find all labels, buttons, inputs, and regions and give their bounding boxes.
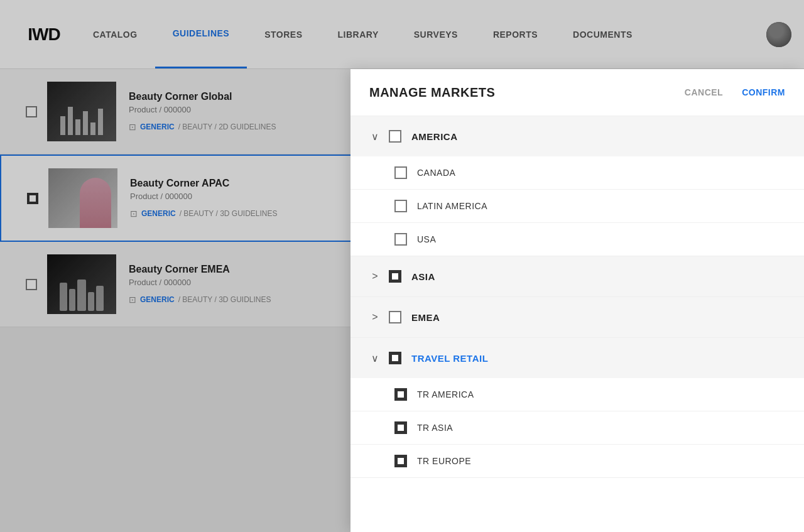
usa-checkbox[interactable] xyxy=(394,233,407,246)
market-group-america: AMERICA CANADA LATIN AMERICA USA xyxy=(350,116,804,256)
market-header-emea[interactable]: EMEA xyxy=(350,297,804,337)
emea-checkbox[interactable] xyxy=(389,311,401,323)
market-group-travel-retail: TRAVEL RETAIL TR AMERICA TR ASIA TR EURO… xyxy=(350,338,804,478)
chevron-down-icon-america[interactable] xyxy=(366,128,384,145)
travel-retail-checkbox[interactable] xyxy=(389,352,401,364)
travel-retail-label: TRAVEL RETAIL xyxy=(411,353,488,364)
latin-america-label: LATIN AMERICA xyxy=(417,201,487,211)
market-child-tr-asia[interactable]: TR ASIA xyxy=(350,411,804,445)
canada-label: CANADA xyxy=(417,168,455,178)
modal-title: MANAGE MARKETS xyxy=(369,85,685,100)
modal-confirm-button[interactable]: CONFIRM xyxy=(742,87,785,97)
market-group-emea: EMEA xyxy=(350,297,804,338)
market-group-asia: ASIA xyxy=(350,256,804,297)
america-checkbox[interactable] xyxy=(389,130,401,143)
tr-america-label: TR AMERICA xyxy=(417,389,474,399)
usa-label: USA xyxy=(417,234,436,244)
travel-retail-children: TR AMERICA TR ASIA TR EUROPE xyxy=(350,378,804,477)
market-header-asia[interactable]: ASIA xyxy=(350,256,804,296)
modal-overlay: MANAGE MARKETS CANCEL CONFIRM AMERICA CA… xyxy=(0,0,804,532)
america-label: AMERICA xyxy=(411,131,458,142)
modal-body: AMERICA CANADA LATIN AMERICA USA xyxy=(350,116,804,532)
america-children: CANADA LATIN AMERICA USA xyxy=(350,156,804,256)
market-header-travel-retail[interactable]: TRAVEL RETAIL xyxy=(350,338,804,378)
tr-asia-label: TR ASIA xyxy=(417,423,453,433)
asia-label: ASIA xyxy=(411,271,435,282)
market-child-canada[interactable]: CANADA xyxy=(350,156,804,190)
chevron-right-icon-asia[interactable] xyxy=(366,268,384,285)
tr-america-checkbox[interactable] xyxy=(394,388,407,401)
tr-europe-checkbox[interactable] xyxy=(394,455,407,467)
emea-label: EMEA xyxy=(411,312,440,323)
market-child-tr-america[interactable]: TR AMERICA xyxy=(350,378,804,411)
chevron-right-icon-emea[interactable] xyxy=(366,308,384,326)
manage-markets-modal: MANAGE MARKETS CANCEL CONFIRM AMERICA CA… xyxy=(350,69,804,532)
market-child-tr-europe[interactable]: TR EUROPE xyxy=(350,445,804,477)
latin-america-checkbox[interactable] xyxy=(394,200,407,212)
market-header-america[interactable]: AMERICA xyxy=(350,116,804,156)
market-child-usa[interactable]: USA xyxy=(350,223,804,256)
tr-europe-label: TR EUROPE xyxy=(417,456,471,466)
chevron-down-icon-travel-retail[interactable] xyxy=(366,349,384,367)
canada-checkbox[interactable] xyxy=(394,166,407,179)
tr-asia-checkbox[interactable] xyxy=(394,421,407,434)
market-child-latin-america[interactable]: LATIN AMERICA xyxy=(350,190,804,223)
modal-cancel-button[interactable]: CANCEL xyxy=(685,87,723,97)
asia-checkbox[interactable] xyxy=(389,270,401,283)
modal-header: MANAGE MARKETS CANCEL CONFIRM xyxy=(350,69,804,116)
